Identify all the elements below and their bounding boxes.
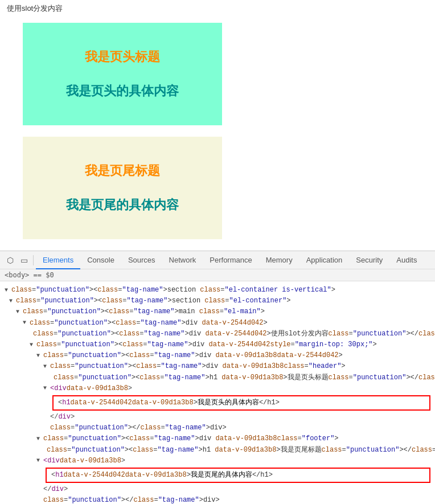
code-line: ▼class="punctuation"><class="tag-name">d…	[0, 350, 435, 361]
cursor-icon[interactable]: ⬡	[3, 253, 17, 267]
code-line: class="punctuation"></class="tag-name">d…	[0, 495, 435, 504]
code-line: </div>	[0, 412, 435, 423]
code-line: </div>	[0, 484, 435, 495]
footer-preview-box: 我是页尾标题 我是页尾的具体内容	[23, 137, 222, 239]
code-line: ▼class="punctuation"><class="tag-name">m…	[0, 306, 435, 317]
devtools-tab-sources[interactable]: Sources	[121, 251, 162, 269]
footer-content: 我是页尾的具体内容	[66, 196, 179, 214]
header-content: 我是页头的具体内容	[66, 83, 179, 100]
code-line: ▼class="punctuation"><class="tag-name">d…	[0, 339, 435, 350]
page-title: 使用slot分发内容	[0, 0, 435, 17]
devtools-tab-memory[interactable]: Memory	[259, 251, 299, 269]
code-lines: ▼class="punctuation"><class="tag-name">s…	[0, 282, 435, 504]
devtools-toolbar: ⬡ ▭ ElementsConsoleSourcesNetworkPerform…	[0, 251, 435, 269]
code-line: ▼class="punctuation"><class="tag-name">d…	[0, 318, 435, 329]
code-line: ▼class="punctuation"><class="tag-name">d…	[0, 361, 435, 372]
device-icon[interactable]: ▭	[17, 253, 31, 267]
code-line: class="punctuation"></class="tag-name">d…	[0, 423, 435, 433]
devtools-tabs: ElementsConsoleSourcesNetworkPerformance…	[36, 251, 424, 269]
code-line: class="punctuation"><class="tag-name">h1…	[0, 372, 435, 383]
code-line: ▼<div data-v-09d1a3b8>	[0, 383, 435, 394]
toolbar-separator	[33, 255, 34, 265]
devtools-tab-console[interactable]: Console	[80, 251, 121, 269]
code-line: ▼<div data-v-09d1a3b8>	[0, 456, 435, 466]
code-line: ▼class="punctuation"><class="tag-name">s…	[0, 296, 435, 306]
devtools-tab-network[interactable]: Network	[162, 251, 203, 269]
code-line: <h1 data-v-2544d042 data-v-09d1a3b8>我是页尾…	[49, 470, 427, 481]
code-line: class="punctuation"><class="tag-name">di…	[0, 329, 435, 339]
devtools-panel: ⬡ ▭ ElementsConsoleSourcesNetworkPerform…	[0, 251, 435, 504]
code-line: ▼class="punctuation"><class="tag-name">d…	[0, 433, 435, 444]
code-line: <h1 data-v-2544d042 data-v-09d1a3b8>我是页头…	[56, 398, 427, 408]
preview-area: 我是页头标题 我是页头的具体内容 我是页尾标题 我是页尾的具体内容	[0, 17, 435, 251]
footer-title: 我是页尾标题	[85, 162, 160, 179]
header-title: 我是页头标题	[85, 48, 160, 65]
devtools-tab-application[interactable]: Application	[299, 251, 350, 269]
code-line: class="punctuation"><class="tag-name">h1…	[0, 445, 435, 456]
code-line: ▼class="punctuation"><class="tag-name">s…	[0, 285, 435, 296]
header-preview-box: 我是页头标题 我是页头的具体内容	[23, 23, 222, 125]
breadcrumb-text: <body> == $0	[5, 271, 54, 279]
red-outline-box: <h1 data-v-2544d042 data-v-09d1a3b8>我是页头…	[52, 395, 430, 411]
devtools-code-area: ▼class="punctuation"><class="tag-name">s…	[0, 281, 435, 504]
devtools-tab-performance[interactable]: Performance	[203, 251, 258, 269]
devtools-tab-security[interactable]: Security	[349, 251, 389, 269]
devtools-tab-audits[interactable]: Audits	[389, 251, 424, 269]
devtools-tab-elements[interactable]: Elements	[36, 251, 80, 269]
red-outline-box: <h1 data-v-2544d042 data-v-09d1a3b8>我是页尾…	[46, 468, 430, 483]
breadcrumb-bar: <body> == $0	[0, 269, 435, 281]
